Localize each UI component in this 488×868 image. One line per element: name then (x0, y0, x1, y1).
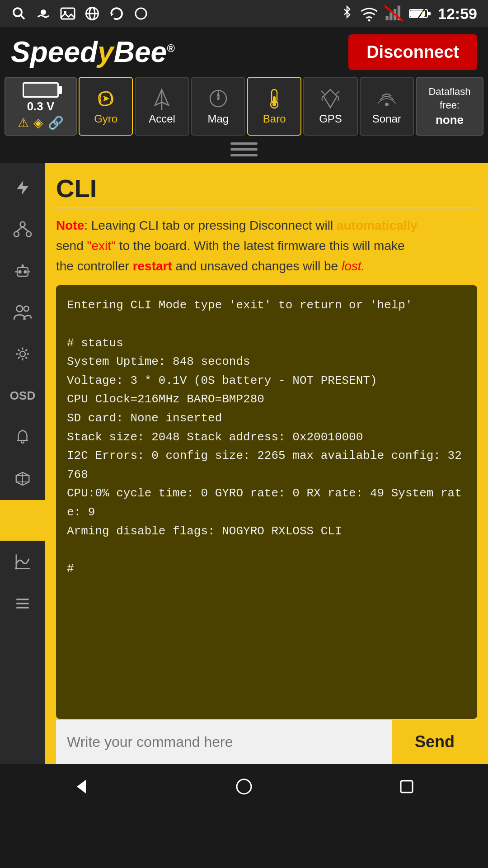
svg-point-67 (237, 779, 251, 794)
sonar-label: Sonar (372, 113, 401, 125)
dataflash-label-line1: Dataflash (428, 86, 470, 98)
main-layout: OSD (0, 163, 488, 764)
battery-box: 0.3 V ⚠ ◈ 🔗 (5, 77, 77, 136)
header: SpeedyBee® Disconnect (0, 27, 488, 77)
command-input[interactable] (56, 720, 392, 764)
svg-rect-12 (389, 13, 392, 21)
status-time: 12:59 (438, 5, 477, 23)
sensor-bar: 0.3 V ⚠ ◈ 🔗 Gyro Accel (0, 77, 488, 136)
svg-point-38 (26, 231, 31, 236)
page-title: CLI (56, 174, 477, 208)
restart-text: restart (133, 259, 172, 273)
circle-icon (133, 5, 149, 22)
sidebar-item-flash[interactable] (0, 167, 45, 208)
svg-point-9 (136, 8, 146, 19)
osd-label: OSD (10, 389, 35, 403)
svg-line-40 (23, 227, 29, 232)
terminal: Entering CLI Mode type 'exit' to return … (56, 285, 477, 719)
battery-icon (23, 82, 59, 98)
svg-marker-35 (17, 180, 28, 195)
accel-icon (151, 87, 172, 110)
sidebar-item-blackbox[interactable] (0, 542, 45, 582)
sidebar-item-more[interactable] (0, 583, 45, 624)
sidebar-item-settings[interactable] (0, 334, 45, 374)
status-icons-right: 12:59 (340, 5, 477, 23)
svg-point-47 (16, 306, 23, 312)
gyro-icon (94, 87, 117, 110)
dataflash-box: Dataflash free: none (416, 77, 483, 136)
search-icon (11, 5, 27, 22)
svg-point-10 (368, 19, 371, 22)
nav-back-button[interactable] (63, 769, 99, 805)
content-area: CLI Note: Leaving CLI tab or pressing Di… (45, 163, 488, 764)
sidebar-item-cube[interactable] (0, 458, 45, 499)
svg-point-2 (41, 9, 46, 15)
nav-recents-button[interactable] (389, 769, 425, 805)
logo: SpeedyBee® (11, 35, 175, 69)
svg-line-32 (321, 91, 324, 94)
nav-home-button[interactable] (226, 769, 262, 805)
globe-icon (84, 5, 100, 22)
svg-point-43 (23, 270, 27, 274)
exit-text: "exit" (87, 239, 116, 253)
refresh-icon (108, 5, 125, 22)
sensor-mag[interactable]: Mag (191, 77, 245, 136)
signal-icon (385, 5, 403, 22)
image-icon (60, 5, 76, 22)
hamburger-menu[interactable] (230, 142, 258, 156)
disconnect-button[interactable]: Disconnect (348, 34, 477, 70)
gyro-label: Gyro (94, 113, 117, 125)
hamburger-bar (0, 136, 488, 163)
shield-icon: ◈ (33, 115, 43, 130)
svg-line-39 (16, 227, 23, 232)
svg-point-27 (217, 97, 220, 100)
svg-rect-18 (428, 12, 431, 15)
logo-registered: ® (167, 42, 175, 54)
sensor-baro[interactable]: Baro (247, 77, 301, 136)
automatically-text: automatically (337, 218, 418, 232)
svg-point-36 (20, 222, 25, 227)
sidebar-item-robot[interactable] (0, 250, 45, 291)
svg-marker-66 (77, 780, 86, 793)
svg-rect-44 (22, 264, 24, 268)
bluetooth-icon (340, 5, 354, 22)
battery-voltage: 0.3 V (27, 99, 55, 113)
svg-marker-8 (111, 14, 114, 16)
note-text: Note: Leaving CLI tab or pressing Discon… (56, 216, 477, 276)
sidebar-item-cli[interactable] (0, 500, 45, 541)
status-icons-left (11, 5, 149, 22)
svg-point-49 (20, 351, 25, 357)
svg-rect-57 (14, 514, 31, 518)
nav-bar (0, 764, 488, 809)
terminal-output: Entering CLI Mode type 'exit' to return … (67, 296, 466, 578)
svg-rect-11 (386, 16, 389, 20)
mag-icon (207, 87, 230, 110)
sensor-gps[interactable]: GPS (303, 77, 357, 136)
svg-point-34 (385, 103, 389, 106)
svg-line-33 (336, 91, 339, 94)
sonar-icon (375, 87, 398, 110)
status-bar: 12:59 (0, 0, 488, 27)
command-row: Send (56, 719, 477, 764)
accel-label: Accel (149, 113, 175, 125)
note-colon: : Leaving CLI tab or pressing Disconnect… (84, 218, 337, 232)
svg-rect-3 (61, 8, 75, 19)
gps-label: GPS (319, 113, 342, 125)
note-board-text: to the board. With the latest firmware t… (116, 239, 405, 253)
gps-icon (319, 87, 342, 110)
svg-point-0 (14, 8, 22, 16)
svg-point-21 (104, 97, 108, 100)
svg-rect-68 (401, 781, 413, 793)
link-icon: 🔗 (48, 115, 64, 130)
sidebar-item-osd[interactable]: OSD (0, 375, 45, 416)
sensor-accel[interactable]: Accel (135, 77, 189, 136)
sensor-sonar[interactable]: Sonar (360, 77, 414, 136)
svg-point-48 (24, 306, 29, 311)
sidebar: OSD (0, 163, 45, 764)
sidebar-item-topology[interactable] (0, 209, 45, 250)
sensor-gyro[interactable]: Gyro (79, 77, 133, 136)
svg-point-31 (272, 103, 276, 106)
send-button[interactable]: Send (392, 720, 477, 764)
sidebar-item-notification[interactable] (0, 417, 45, 458)
sidebar-item-people[interactable] (0, 292, 45, 333)
